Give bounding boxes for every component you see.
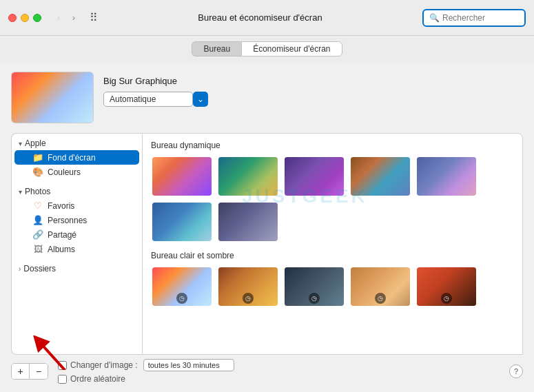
wallpaper-item[interactable]: ◷ [283, 266, 345, 307]
minimize-button[interactable] [21, 14, 29, 22]
wallpaper-name: Big Sur Graphique [103, 76, 208, 86]
back-arrow[interactable]: ‹ [52, 12, 65, 24]
colors-icon: 🎨 [32, 167, 43, 177]
remove-button[interactable]: − [30, 364, 48, 379]
wallpaper-item[interactable] [217, 156, 279, 197]
wallpaper-grid-clear-dark: ◷ ◷ ◷ ◷ ◷ [151, 266, 514, 307]
sidebar-group-apple-label: Apple [25, 138, 46, 148]
wallpaper-panel: Bureau dynamique Bureau clair et sombre … [142, 133, 523, 355]
window-title: Bureau et économiseur d'écran [103, 12, 417, 23]
sidebar-item-partage-label: Partagé [48, 230, 76, 240]
sidebar-item-albums-label: Albums [48, 245, 75, 254]
sidebar-group-photos-label: Photos [25, 187, 50, 196]
close-button[interactable] [8, 14, 17, 22]
titlebar: ‹ › ⠿ Bureau et économiseur d'écran 🔍 [0, 0, 534, 36]
random-order-checkbox-label[interactable]: Ordre aléatoire [58, 374, 125, 384]
forward-arrow[interactable]: › [68, 12, 80, 24]
main-content: Big Sur Graphique Automatique Clair Somb… [0, 63, 534, 392]
random-order-row: Ordre aléatoire [58, 374, 234, 384]
time-badge: ◷ [441, 293, 452, 304]
nav-arrows: ‹ › [52, 12, 80, 24]
sidebar-group-photos: ▾ Photos ♡ Favoris 👤 Personnes 🔗 Partagé… [12, 182, 142, 259]
wallpaper-item[interactable]: ◷ [415, 266, 477, 307]
time-badge: ◷ [243, 293, 254, 304]
sidebar-group-dossiers: › Dossiers [12, 259, 142, 278]
time-badge: ◷ [309, 293, 320, 304]
auto-select[interactable]: Automatique Clair Sombre [103, 92, 193, 107]
tab-bar: Bureau Économiseur d'écran [0, 36, 534, 63]
sidebar-group-photos-header[interactable]: ▾ Photos [12, 185, 142, 198]
preview-row: Big Sur Graphique Automatique Clair Somb… [11, 72, 523, 123]
dropdown-container: Automatique Clair Sombre ⌄ [103, 92, 208, 107]
tab-bureau[interactable]: Bureau [192, 41, 241, 56]
wallpaper-item[interactable] [283, 156, 345, 197]
sidebar-item-albums[interactable]: 🖼 Albums [14, 242, 139, 256]
preview-thumbnail [11, 72, 94, 123]
dropdown-arrow-btn[interactable]: ⌄ [193, 92, 208, 107]
chevron-down-icon: ▾ [19, 140, 22, 147]
tab-economiseur[interactable]: Économiseur d'écran [241, 41, 342, 56]
shared-icon: 🔗 [32, 229, 43, 240]
search-icon: 🔍 [429, 13, 440, 23]
section-title-dynamic: Bureau dynamique [151, 141, 514, 150]
sidebar-item-couleurs-label: Couleurs [48, 167, 81, 177]
sidebar-item-fond-ecran[interactable]: 📁 Fond d'écran [14, 150, 139, 165]
wallpaper-item[interactable] [151, 156, 213, 197]
preview-info: Big Sur Graphique Automatique Clair Somb… [103, 72, 208, 107]
sidebar-item-fond-ecran-label: Fond d'écran [48, 153, 96, 163]
sidebar-group-dossiers-header[interactable]: › Dossiers [12, 262, 142, 276]
apps-grid-icon[interactable]: ⠿ [90, 11, 98, 24]
sidebar-item-favoris-label: Favoris [48, 201, 74, 211]
change-image-row: Changer d'image : toutes les 30 minutes … [58, 359, 234, 371]
time-badge: ◷ [176, 293, 187, 304]
bottom-controls: + − Changer d'image : toutes les 30 minu… [11, 355, 523, 384]
chevron-down-icon-2: ▾ [19, 188, 22, 196]
wallpaper-item[interactable] [151, 201, 213, 243]
wallpaper-item[interactable]: ◷ [349, 266, 411, 307]
search-box[interactable]: 🔍 [422, 9, 526, 27]
wallpaper-item[interactable]: ◷ [217, 266, 279, 307]
time-badge: ◷ [375, 293, 386, 304]
change-image-checkbox-label[interactable]: Changer d'image : [58, 360, 138, 370]
sidebar: ▾ Apple 📁 Fond d'écran 🎨 Couleurs ▾ Phot… [11, 133, 142, 355]
interval-select[interactable]: toutes les 30 minutes toutes les heures … [143, 359, 234, 371]
random-order-label: Ordre aléatoire [70, 374, 125, 384]
people-icon: 👤 [32, 215, 43, 225]
sidebar-group-apple: ▾ Apple 📁 Fond d'écran 🎨 Couleurs [12, 134, 142, 182]
wallpaper-item[interactable] [217, 201, 279, 243]
sidebar-item-couleurs[interactable]: 🎨 Couleurs [14, 165, 139, 179]
sidebar-group-dossiers-label: Dossiers [23, 264, 56, 274]
help-button[interactable]: ? [509, 364, 523, 378]
sidebar-group-apple-header[interactable]: ▾ Apple [12, 136, 142, 150]
wallpaper-item[interactable] [415, 156, 477, 197]
wallpaper-item[interactable]: ◷ [151, 266, 213, 307]
controls-right: Changer d'image : toutes les 30 minutes … [58, 359, 234, 384]
add-remove-wrapper: + − [11, 363, 58, 380]
add-button[interactable]: + [12, 364, 30, 379]
change-image-label: Changer d'image : [70, 360, 138, 370]
heart-icon: ♡ [32, 200, 43, 211]
search-input[interactable] [442, 13, 519, 23]
sidebar-item-personnes-label: Personnes [48, 216, 87, 225]
sidebar-item-partage[interactable]: 🔗 Partagé [14, 227, 139, 242]
album-icon: 🖼 [32, 244, 43, 254]
traffic-lights [8, 14, 41, 22]
fullscreen-button[interactable] [33, 14, 41, 22]
add-remove-buttons: + − [11, 363, 48, 380]
folder-icon: 📁 [32, 152, 43, 163]
change-image-checkbox[interactable] [58, 361, 67, 370]
wallpaper-grid-dynamic [151, 156, 514, 243]
sidebar-item-personnes[interactable]: 👤 Personnes [14, 213, 139, 227]
wallpaper-item[interactable] [349, 156, 411, 197]
bottom-panel: ▾ Apple 📁 Fond d'écran 🎨 Couleurs ▾ Phot… [11, 133, 523, 355]
section-title-clear-dark: Bureau clair et sombre [151, 251, 514, 260]
chevron-right-icon: › [19, 265, 21, 273]
sidebar-item-favoris[interactable]: ♡ Favoris [14, 198, 139, 213]
random-order-checkbox[interactable] [58, 375, 67, 384]
